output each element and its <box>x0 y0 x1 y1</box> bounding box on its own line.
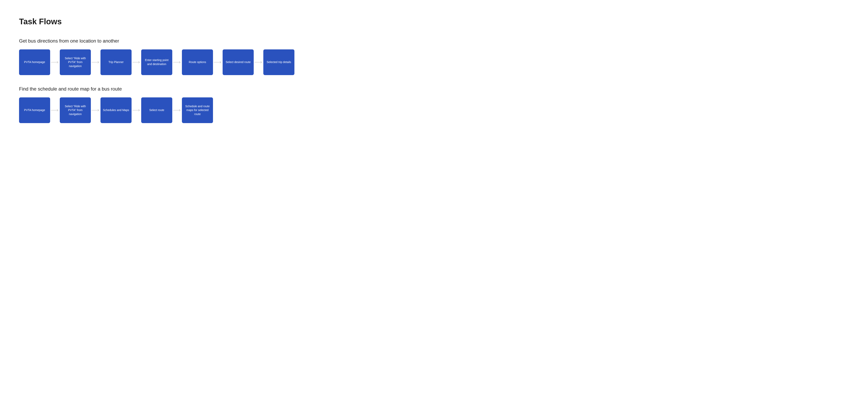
flow-section-2: Find the schedule and route map for a bu… <box>19 86 849 123</box>
arrow-right-icon <box>172 109 182 112</box>
arrow-right-icon <box>50 109 60 112</box>
arrow-right-icon <box>254 61 263 64</box>
flow-step: Schedules and Maps <box>100 97 131 123</box>
flow-step: Trip Planner <box>100 49 131 75</box>
flow-step: Select route <box>141 97 172 123</box>
flow-step: Select desired route <box>223 49 254 75</box>
flow-step: PVTA homepage <box>19 97 50 123</box>
page-title: Task Flows <box>19 17 849 26</box>
flow-title-1: Get bus directions from one location to … <box>19 38 849 44</box>
flow-row-2: PVTA homepage Select “Ride with PVTA” fr… <box>19 97 849 123</box>
flow-step: Enter starting point and destination <box>141 49 172 75</box>
flow-step: Schedule and route maps for selected rou… <box>182 97 213 123</box>
flow-section-1: Get bus directions from one location to … <box>19 38 849 75</box>
flow-title-2: Find the schedule and route map for a bu… <box>19 86 849 92</box>
arrow-right-icon <box>172 61 182 64</box>
arrow-right-icon <box>213 61 223 64</box>
flow-row-1: PVTA homepage Select “Ride with PVTA” fr… <box>19 49 849 75</box>
arrow-right-icon <box>91 61 100 64</box>
arrow-right-icon <box>131 109 141 112</box>
flow-step: PVTA homepage <box>19 49 50 75</box>
flow-step: Select “Ride with PVTA” from navigation <box>60 97 91 123</box>
flow-step: Select “Ride with PVTA” from navigation <box>60 49 91 75</box>
flow-step: Route options <box>182 49 213 75</box>
arrow-right-icon <box>91 109 100 112</box>
arrow-right-icon <box>131 61 141 64</box>
arrow-right-icon <box>50 61 60 64</box>
flow-step: Selected trip details <box>263 49 294 75</box>
